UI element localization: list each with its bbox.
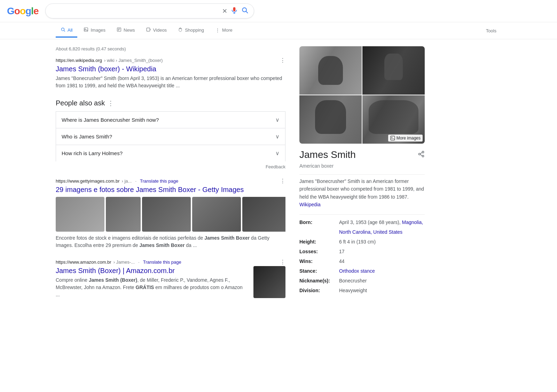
result-image-thumb[interactable] (56, 197, 104, 232)
svg-rect-13 (391, 136, 395, 140)
result-item: https://en.wikipedia.org › wiki › James_… (56, 57, 285, 89)
kp-fact-wins: Wins: 44 (299, 256, 425, 266)
kp-name: James Smith (299, 149, 356, 160)
kp-images-grid: More images (299, 46, 425, 144)
result-thumbnail[interactable] (253, 266, 285, 298)
svg-point-5 (85, 29, 86, 29)
result-item: https://www.amazon.com.br › James-... · … (56, 259, 285, 298)
svg-point-14 (391, 137, 392, 138)
result-url: https://www.amazon.com.br (56, 259, 111, 265)
result-url: https://en.wikipedia.org (56, 58, 102, 63)
result-title[interactable]: 29 imagens e fotos sobre James Smith Box… (56, 185, 285, 194)
paa-menu-button[interactable]: ⋮ (108, 99, 114, 107)
paa-item[interactable]: Where is James Bonecrusher Smith now? ∨ (56, 111, 285, 128)
search-input[interactable]: "james smith boxer" (51, 8, 219, 14)
result-menu-button[interactable]: ⋮ (280, 259, 285, 265)
result-url: https://www.gettyimages.com.br (56, 178, 120, 184)
kp-image[interactable] (299, 95, 362, 144)
chevron-down-icon: ∨ (275, 150, 280, 157)
tab-all-label: All (68, 27, 72, 33)
kp-fact-height: Height: 6 ft 4 in (193 cm) (299, 237, 425, 247)
kp-divider (299, 174, 425, 175)
chevron-down-icon: ∨ (275, 133, 280, 140)
tab-news[interactable]: News (112, 24, 140, 38)
main-content: About 6,820 results (0.47 seconds) https… (0, 39, 557, 315)
people-also-ask-section: People also ask ⋮ Where is James Bonecru… (56, 99, 285, 169)
microphone-button[interactable] (231, 7, 238, 15)
result-with-thumb: James Smith (Boxer) | Amazon.com.br Comp… (56, 266, 285, 298)
microphone-icon (231, 7, 238, 14)
tab-more[interactable]: ⋮ More (210, 24, 237, 38)
more-icon: ⋮ (215, 27, 220, 33)
share-icon (418, 151, 425, 158)
news-icon (117, 27, 121, 33)
wikipedia-link[interactable]: Wikipedia (299, 202, 321, 207)
kp-fact-division: Division: Heavyweight (299, 286, 425, 295)
result-breadcrumb: › wiki › James_Smith_(boxer) (104, 58, 163, 63)
result-content: James Smith (Boxer) | Amazon.com.br Comp… (56, 266, 248, 298)
search-bar-wrapper: "james smith boxer" ✕ (45, 3, 254, 18)
result-menu-button[interactable]: ⋮ (280, 178, 285, 184)
tools-button[interactable]: Tools (481, 25, 501, 37)
images-icon (84, 27, 88, 33)
result-menu-button[interactable]: ⋮ (280, 57, 285, 64)
paa-item[interactable]: How rich is Larry Holmes? ∨ (56, 145, 285, 161)
result-image-thumb[interactable] (142, 197, 191, 232)
nav-tabs: All Images News V (0, 22, 557, 39)
svg-marker-11 (150, 29, 150, 31)
result-image-thumb[interactable] (242, 197, 285, 232)
feedback-row: Feedback (56, 164, 285, 169)
result-item: https://www.gettyimages.com.br › ja... ·… (56, 178, 285, 249)
result-snippet: James "Bonecrusher" Smith (born April 3,… (56, 75, 285, 89)
more-images-label: More images (397, 136, 421, 141)
paa-title: People also ask (56, 99, 105, 107)
result-images-row (56, 197, 285, 232)
paa-question: Who is James Smith? (62, 134, 112, 139)
share-button[interactable] (418, 151, 425, 159)
paa-item[interactable]: Who is James Smith? ∨ (56, 128, 285, 145)
knowledge-panel: More images James Smith American boxer J… (299, 46, 425, 308)
header: Google "james smith boxer" ✕ (0, 0, 557, 22)
svg-line-1 (246, 11, 248, 13)
result-snippet: Encontre fotos de stock e imagens editor… (56, 234, 285, 249)
translate-link[interactable]: Translate this page (143, 259, 181, 265)
kp-fact-nickname: Nickname(s): Bonecrusher (299, 276, 425, 286)
search-button[interactable] (241, 7, 248, 15)
result-title[interactable]: James Smith (Boxer) | Amazon.com.br (56, 266, 248, 275)
kp-image[interactable]: More images (362, 95, 425, 144)
translate-link[interactable]: Translate this page (140, 178, 178, 184)
kp-fact-losses: Losses: 17 (299, 247, 425, 256)
result-url-row: https://en.wikipedia.org › wiki › James_… (56, 57, 285, 64)
tab-more-label: More (222, 27, 233, 33)
feedback-label[interactable]: Feedback (266, 164, 285, 169)
tab-shopping-label: Shopping (185, 27, 204, 33)
search-bar: "james smith boxer" ✕ (45, 3, 254, 18)
kp-fact-born: Born: April 3, 1953 (age 68 years), Magn… (299, 217, 425, 237)
search-icon (61, 27, 65, 33)
result-breadcrumb: › ja... (122, 178, 132, 184)
tab-images[interactable]: Images (79, 24, 110, 38)
result-url-row: https://www.amazon.com.br › James-... · … (56, 259, 285, 265)
result-image-thumb[interactable] (192, 197, 241, 232)
chevron-down-icon: ∨ (275, 117, 280, 123)
clear-button[interactable]: ✕ (222, 7, 227, 15)
search-icon (241, 7, 248, 14)
stance-link[interactable]: Orthodox stance (339, 268, 375, 274)
paa-question: How rich is Larry Holmes? (62, 150, 123, 156)
more-images-overlay[interactable]: More images (388, 135, 423, 142)
results-count: About 6,820 results (0.47 seconds) (56, 46, 285, 51)
kp-image[interactable] (299, 46, 362, 95)
result-image-thumb[interactable] (106, 197, 141, 232)
tab-news-label: News (124, 27, 135, 33)
svg-line-18 (420, 152, 422, 154)
images-icon (390, 136, 395, 141)
svg-line-3 (64, 30, 65, 31)
tab-all[interactable]: All (56, 24, 77, 38)
result-breadcrumb: › James-... (113, 259, 135, 265)
tab-videos[interactable]: Videos (141, 24, 172, 38)
result-title[interactable]: James Smith (boxer) - Wikipedia (56, 64, 285, 73)
kp-image[interactable] (362, 46, 425, 95)
tab-shopping[interactable]: Shopping (173, 24, 209, 38)
google-logo[interactable]: Google (7, 6, 38, 17)
kp-fact-stance: Stance: Orthodox stance (299, 266, 425, 276)
